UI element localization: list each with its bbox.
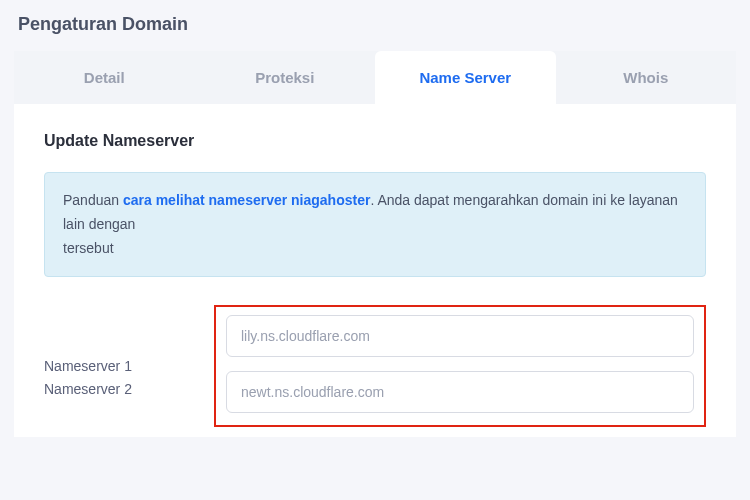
tab-name-server[interactable]: Name Server	[375, 51, 556, 104]
tab-whois[interactable]: Whois	[556, 51, 737, 104]
page-title: Pengaturan Domain	[0, 0, 750, 51]
tab-content: Update Nameserver Panduan cara melihat n…	[14, 104, 736, 437]
tab-proteksi[interactable]: Proteksi	[195, 51, 376, 104]
ns1-label: Nameserver 1	[44, 358, 214, 374]
settings-panel: Detail Proteksi Name Server Whois Update…	[14, 51, 736, 437]
ns2-input[interactable]	[226, 371, 694, 413]
tab-bar: Detail Proteksi Name Server Whois	[14, 51, 736, 104]
info-banner: Panduan cara melihat nameserver niagahos…	[44, 172, 706, 277]
ns1-input[interactable]	[226, 315, 694, 357]
nameserver-highlight	[214, 305, 706, 427]
tab-detail[interactable]: Detail	[14, 51, 195, 104]
info-guide-link[interactable]: cara melihat nameserver niagahoster	[123, 192, 370, 208]
section-title: Update Nameserver	[44, 132, 706, 150]
info-prefix: Panduan	[63, 192, 123, 208]
info-line2: tersebut	[63, 240, 114, 256]
